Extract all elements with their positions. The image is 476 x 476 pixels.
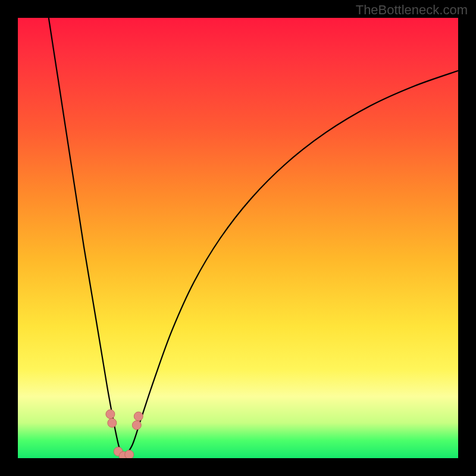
curves [49,18,458,458]
left-branch-curve [49,18,124,458]
right-branch-curve [124,71,458,458]
watermark-text: TheBottleneck.com [356,2,468,18]
marker-dot [108,418,117,427]
plot-area [18,18,458,458]
outer-frame: TheBottleneck.com [0,0,476,476]
marker-dot [106,410,115,419]
marker-dot [134,412,143,421]
marker-dot [132,421,141,430]
marker-cluster [106,410,143,459]
chart-svg [18,18,458,458]
marker-dot [125,450,134,458]
